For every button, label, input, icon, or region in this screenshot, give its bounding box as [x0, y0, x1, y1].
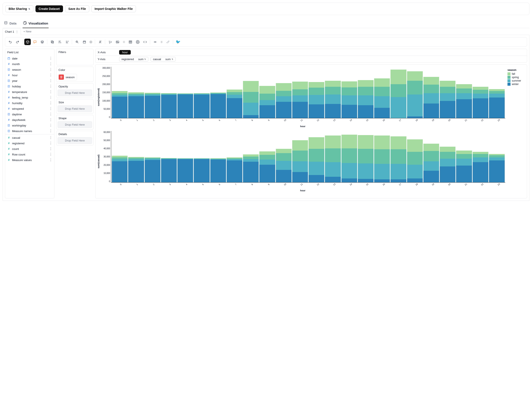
- more-vertical-icon[interactable]: ⋮: [49, 118, 53, 122]
- bar-segment-spring[interactable]: [309, 88, 324, 95]
- bar-segment-fall[interactable]: [423, 77, 439, 85]
- more-vertical-icon[interactable]: ⋮: [49, 57, 53, 60]
- bar-segment-summer[interactable]: [423, 93, 439, 104]
- bar-segment-summer[interactable]: [489, 157, 505, 160]
- commit-settings-button[interactable]: [159, 39, 164, 45]
- more-vertical-icon[interactable]: ⋮: [49, 112, 53, 116]
- config-button[interactable]: [107, 39, 113, 45]
- redo-button[interactable]: [14, 39, 21, 45]
- x-axis-row[interactable]: X-Axis hour: [96, 49, 527, 56]
- save-as-file-button[interactable]: Save As File: [65, 5, 89, 12]
- bar-segment-summer[interactable]: [112, 95, 127, 97]
- bar[interactable]: [276, 149, 292, 182]
- bar-segment-summer[interactable]: [374, 96, 390, 108]
- bar-segment-fall[interactable]: [243, 81, 259, 92]
- bar-segment-spring[interactable]: [325, 87, 341, 94]
- field-row[interactable]: season⋮: [5, 67, 54, 72]
- bar-segment-fall[interactable]: [292, 140, 308, 151]
- export-image-button[interactable]: [114, 39, 121, 45]
- bar-segment-spring[interactable]: [358, 149, 374, 163]
- field-row[interactable]: #Row count⋮: [5, 151, 54, 157]
- bar-segment-summer[interactable]: [276, 161, 292, 170]
- new-chart-tab[interactable]: + New: [21, 28, 34, 35]
- settings-button[interactable]: [134, 39, 141, 45]
- bar[interactable]: [407, 71, 423, 118]
- bar-segment-fall[interactable]: [473, 87, 488, 90]
- bar-segment-spring[interactable]: [489, 155, 505, 157]
- bar-segment-spring[interactable]: [473, 90, 488, 94]
- bar-segment-spring[interactable]: [440, 87, 455, 93]
- bar-segment-fall[interactable]: [112, 156, 127, 157]
- more-vertical-icon[interactable]: ⋮: [49, 129, 53, 133]
- more-vertical-icon[interactable]: ⋮: [49, 62, 53, 66]
- bar[interactable]: [423, 144, 439, 182]
- bar-segment-spring[interactable]: [358, 87, 374, 95]
- field-row[interactable]: #count⋮: [5, 146, 54, 151]
- bar-segment-fall[interactable]: [390, 70, 406, 84]
- bar-segment-fall[interactable]: [112, 91, 127, 93]
- bar[interactable]: [473, 87, 488, 118]
- bar[interactable]: [390, 136, 406, 182]
- bar-segment-fall[interactable]: [473, 152, 488, 154]
- bar-segment-spring[interactable]: [112, 93, 127, 95]
- bar-segment-fall[interactable]: [407, 139, 423, 152]
- bar[interactable]: [390, 70, 406, 118]
- more-vertical-icon[interactable]: ⋮: [49, 153, 53, 156]
- bar-segment-spring[interactable]: [309, 149, 324, 162]
- dataset-selector[interactable]: Bike Sharing ⇅: [5, 5, 33, 12]
- bar-segment-fall[interactable]: [309, 137, 324, 149]
- bar[interactable]: [456, 151, 472, 182]
- more-vertical-icon[interactable]: ⋮: [49, 85, 53, 88]
- more-vertical-icon[interactable]: ⋮: [49, 124, 53, 127]
- more-vertical-icon[interactable]: ⋮: [49, 79, 53, 82]
- bar[interactable]: [456, 84, 472, 118]
- bar[interactable]: [374, 78, 390, 118]
- bar-segment-summer[interactable]: [390, 164, 406, 179]
- bar-segment-summer[interactable]: [259, 100, 275, 105]
- bar-segment-spring[interactable]: [473, 154, 488, 157]
- field-row[interactable]: workingday⋮: [5, 123, 54, 128]
- bar-segment-fall[interactable]: [276, 83, 292, 91]
- bar-segment-summer[interactable]: [440, 159, 455, 166]
- bar-segment-summer[interactable]: [358, 163, 374, 179]
- bar[interactable]: [423, 77, 439, 118]
- code-button[interactable]: [142, 39, 148, 45]
- more-vertical-icon[interactable]: ⋮: [49, 141, 53, 145]
- field-row[interactable]: #temperature⋮: [5, 89, 54, 95]
- bar-segment-spring[interactable]: [325, 148, 341, 162]
- bar-segment-fall[interactable]: [456, 151, 472, 154]
- sort-asc-button[interactable]: [56, 39, 63, 45]
- bar-segment-spring[interactable]: [374, 87, 390, 96]
- more-vertical-icon[interactable]: ⋮: [49, 158, 53, 162]
- bar-segment-spring[interactable]: [407, 81, 423, 94]
- bar-segment-fall[interactable]: [259, 86, 275, 94]
- bar-segment-summer[interactable]: [276, 96, 292, 102]
- bar-segment-spring[interactable]: [276, 91, 292, 96]
- bar-segment-summer[interactable]: [292, 161, 308, 172]
- bar[interactable]: [358, 135, 374, 182]
- bar-segment-fall[interactable]: [390, 136, 406, 149]
- bar-segment-spring[interactable]: [341, 148, 357, 163]
- bar-segment-spring[interactable]: [227, 92, 242, 95]
- bar-segment-fall[interactable]: [325, 135, 341, 148]
- bar[interactable]: [374, 135, 390, 182]
- filters-shelf[interactable]: Filters: [56, 49, 94, 65]
- field-row[interactable]: daytime⋮: [5, 111, 54, 117]
- field-row[interactable]: #casual⋮: [5, 135, 54, 140]
- bar[interactable]: [276, 83, 292, 118]
- bar-segment-spring[interactable]: [292, 89, 308, 95]
- bar-segment-spring[interactable]: [440, 152, 455, 159]
- y-chip-casual[interactable]: casual sum⇅: [150, 57, 175, 61]
- bar-segment-summer[interactable]: [227, 95, 242, 98]
- filters-dropzone[interactable]: [56, 55, 93, 65]
- field-row[interactable]: #hour⋮: [5, 72, 54, 78]
- field-row[interactable]: date⋮: [5, 56, 54, 61]
- bar-segment-spring[interactable]: [292, 151, 308, 161]
- more-vertical-icon[interactable]: ⋮: [16, 30, 18, 33]
- bar-segment-spring[interactable]: [276, 153, 292, 161]
- more-vertical-icon[interactable]: ⋮: [49, 147, 53, 151]
- bar-segment-summer[interactable]: [374, 164, 390, 179]
- bar-segment-fall[interactable]: [243, 154, 259, 157]
- bar[interactable]: [292, 82, 308, 118]
- bar[interactable]: [341, 135, 357, 182]
